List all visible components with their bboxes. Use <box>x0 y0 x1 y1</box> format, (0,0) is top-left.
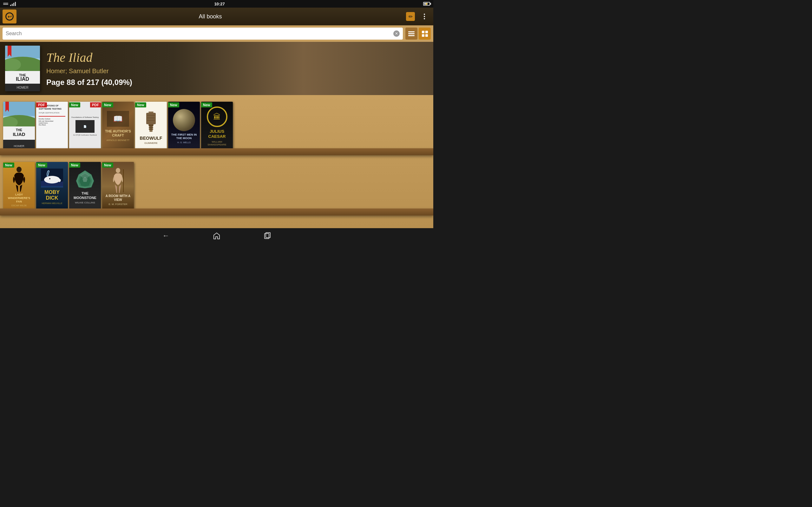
shelf-2-books: New LADY WINDERME <box>3 158 430 211</box>
new-badge-caesar: New <box>201 102 212 107</box>
grid-view-icon <box>422 31 428 37</box>
nav-back-button[interactable]: ← <box>159 229 172 242</box>
more-options-button[interactable] <box>418 10 431 23</box>
book-moonstone[interactable]: New <box>69 162 101 211</box>
new-badge-roomview: New <box>102 163 113 168</box>
search-bar: ✕ <box>0 25 433 42</box>
battery-icon: ⚡ <box>423 2 430 6</box>
app-bar-title: All books <box>16 13 404 20</box>
new-badge-moby: New <box>36 163 47 168</box>
book-iliad[interactable]: THE ILIAD HOMER <box>3 102 35 151</box>
search-input[interactable] <box>6 31 392 37</box>
svg-point-32 <box>44 176 60 183</box>
edit-icon <box>406 12 415 21</box>
svg-point-30 <box>16 167 21 172</box>
svg-rect-21 <box>146 113 156 124</box>
status-bar: 10:27 ⚡ <box>0 0 433 8</box>
svg-text:HOMER: HOMER <box>16 86 28 89</box>
new-badge: New <box>69 102 80 107</box>
book-testing[interactable]: New PDF Foundations of Software Testing … <box>69 102 101 151</box>
search-input-container[interactable]: ✕ <box>3 27 403 40</box>
shelf-row-2: New LADY WINDERME <box>0 155 433 216</box>
svg-rect-20 <box>148 112 154 113</box>
current-book-info: The Iliad Homer; Samuel Butler Page 88 o… <box>46 50 428 87</box>
back-button[interactable] <box>3 9 16 23</box>
book-authors-craft[interactable]: New 📖 THE AUTHOR'S CRAFT ARNOLD BENNETT <box>102 102 134 151</box>
pdf-badge-2: PDF <box>90 102 101 107</box>
svg-rect-29 <box>149 129 153 130</box>
book-foundations[interactable]: PDF FOUNDATIONS OF SOFTWARE TESTING ISTQ… <box>36 102 68 151</box>
svg-rect-27 <box>149 125 153 126</box>
list-view-icon <box>408 32 415 36</box>
book-lady-windermere[interactable]: New LADY WINDERME <box>3 162 35 211</box>
current-book-author: Homer; Samuel Butler <box>46 67 428 75</box>
current-book-cover: THE ILIAD HOMER <box>5 46 40 91</box>
svg-text:HOMER: HOMER <box>14 145 24 148</box>
signal-icon <box>10 2 16 6</box>
current-book-banner[interactable]: THE ILIAD HOMER The Iliad Homer; Samuel … <box>0 42 433 95</box>
app-bar: All books <box>0 8 433 25</box>
svg-text:ILIAD: ILIAD <box>13 131 25 137</box>
book-room-with-view[interactable]: New <box>102 162 134 211</box>
book-julius-caesar[interactable]: New 🏛 JULIUS CAESAR WILLIAM SHAKESPEARE <box>201 102 233 151</box>
bookshelf: THE ILIAD HOMER PDF FOUNDATIONS OF SOFTW… <box>0 95 433 228</box>
new-badge-authors: New <box>102 102 113 107</box>
book-moby-dick[interactable]: New <box>36 162 68 211</box>
back-icon <box>5 12 14 20</box>
book-beowulf[interactable]: New <box>135 102 167 151</box>
nav-home-button[interactable] <box>210 229 223 242</box>
current-book-progress: Page 88 of 217 (40,09%) <box>46 78 428 87</box>
book-first-men[interactable]: New THE FIRST MEN IN THE MOON H. G. WELL… <box>168 102 200 151</box>
bottom-nav: ← <box>0 228 433 243</box>
new-badge-beowulf: New <box>135 102 146 107</box>
svg-point-39 <box>116 168 120 173</box>
view-toggle <box>405 27 431 40</box>
grid-view-button[interactable] <box>419 27 431 40</box>
svg-text:ILIAD: ILIAD <box>16 76 29 82</box>
new-badge-firstmen: New <box>168 102 179 107</box>
new-badge-ladyw: New <box>3 163 14 168</box>
svg-rect-23 <box>148 124 154 125</box>
edit-button[interactable] <box>404 10 417 23</box>
svg-point-33 <box>49 178 50 179</box>
nav-recent-button[interactable] <box>261 229 274 242</box>
clear-search-button[interactable]: ✕ <box>393 31 400 37</box>
pdf-badge: PDF <box>36 102 47 107</box>
shelf-row-1: THE ILIAD HOMER PDF FOUNDATIONS OF SOFTW… <box>0 95 433 155</box>
svg-rect-28 <box>149 127 153 128</box>
new-badge-moonstone: New <box>69 163 80 168</box>
status-time: 10:27 <box>214 2 224 6</box>
more-icon <box>424 14 425 19</box>
current-book-title: The Iliad <box>46 50 428 65</box>
nav-recent-icon <box>264 232 271 239</box>
shelf-1-books: THE ILIAD HOMER PDF FOUNDATIONS OF SOFTW… <box>3 98 430 151</box>
nav-home-icon <box>213 232 220 239</box>
nav-back-icon: ← <box>162 232 169 240</box>
list-view-button[interactable] <box>405 27 417 40</box>
